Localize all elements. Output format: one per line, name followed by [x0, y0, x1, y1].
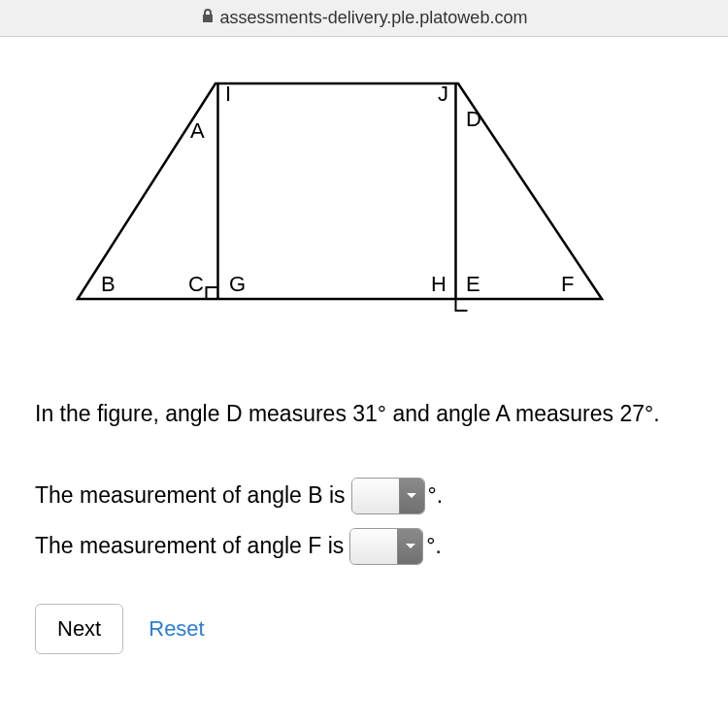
label-B: B: [101, 272, 116, 296]
dropdown-value: [350, 529, 397, 564]
label-A: A: [190, 118, 205, 143]
label-E: E: [466, 272, 480, 296]
row-f-suffix: °.: [426, 533, 442, 559]
answer-row-f: The measurement of angle F is °.: [35, 528, 693, 565]
next-button[interactable]: Next: [35, 604, 123, 654]
label-F: F: [561, 272, 574, 296]
dropdown-value: [352, 479, 399, 513]
label-J: J: [438, 82, 448, 106]
geometry-figure: I J A D B C G H E F: [54, 76, 693, 322]
lock-icon: [201, 8, 215, 28]
url-text: assessments-delivery.ple.platoweb.com: [220, 8, 528, 28]
row-b-suffix: °.: [428, 482, 444, 509]
row-b-prefix: The measurement of angle B is: [35, 482, 346, 509]
chevron-down-icon: [397, 529, 422, 564]
question-text: In the figure, angle D measures 31° and …: [35, 400, 693, 429]
chevron-down-icon: [399, 479, 424, 513]
svg-marker-0: [78, 83, 602, 299]
label-C: C: [188, 272, 204, 296]
label-I: I: [225, 82, 231, 106]
url-bar: assessments-delivery.ple.platoweb.com: [0, 0, 728, 37]
label-D: D: [466, 107, 481, 131]
label-G: G: [229, 272, 246, 296]
answer-row-b: The measurement of angle B is °.: [35, 478, 693, 514]
angle-f-dropdown[interactable]: [349, 528, 423, 565]
reset-link[interactable]: Reset: [149, 616, 204, 642]
row-f-prefix: The measurement of angle F is: [35, 533, 344, 559]
angle-b-dropdown[interactable]: [351, 478, 425, 514]
label-H: H: [431, 272, 447, 296]
